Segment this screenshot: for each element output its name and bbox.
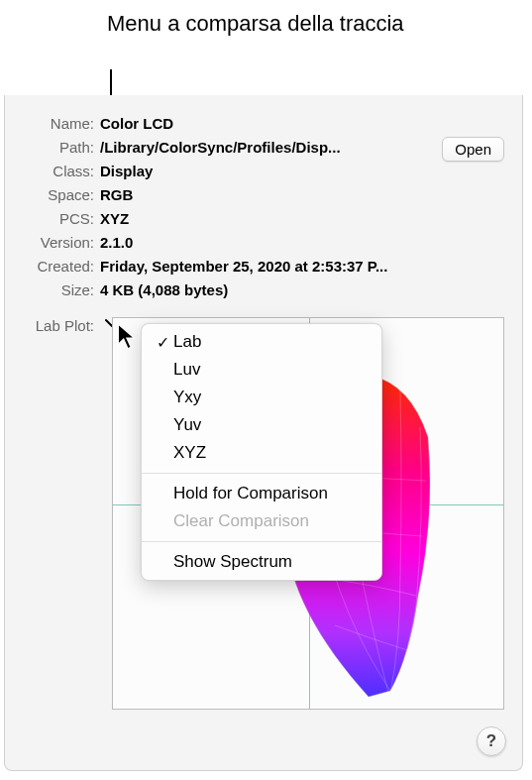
menu-item-yuv[interactable]: Yuv <box>142 411 381 439</box>
value-path: /Library/ColorSync/Profiles/Disp... <box>100 137 401 156</box>
menu-item-label: Lab <box>173 332 201 352</box>
label-space: Space: <box>15 184 100 203</box>
label-labplot: Lab Plot: <box>15 315 100 334</box>
checkmark-icon: ✓ <box>152 333 173 352</box>
info-row-class: Class: Display <box>15 161 510 182</box>
labplot-popup-menu: ✓ Lab Luv Yxy Yuv XYZ Hold for Compariso… <box>141 323 382 581</box>
info-row-version: Version: 2.1.0 <box>15 232 510 254</box>
value-space: RGB <box>100 184 510 203</box>
callout-annotation: Menu a comparsa della traccia <box>107 10 404 38</box>
menu-item-show-spectrum[interactable]: Show Spectrum <box>142 548 381 576</box>
menu-item-clear-comparison: Clear Comparison <box>142 507 381 535</box>
menu-item-yxy[interactable]: Yxy <box>142 384 381 411</box>
menu-item-hold-comparison[interactable]: Hold for Comparison <box>142 480 381 507</box>
label-pcs: PCS: <box>15 208 100 227</box>
menu-item-label: Hold for Comparison <box>173 484 328 503</box>
value-class: Display <box>100 161 510 179</box>
label-created: Created: <box>15 256 100 275</box>
info-row-created: Created: Friday, September 25, 2020 at 2… <box>15 256 510 278</box>
open-button[interactable]: Open <box>442 137 504 162</box>
value-name: Color LCD <box>100 113 510 132</box>
help-button[interactable]: ? <box>477 726 506 756</box>
menu-item-lab[interactable]: ✓ Lab <box>142 328 381 356</box>
value-pcs: XYZ <box>100 208 510 227</box>
menu-item-label: Luv <box>173 360 200 380</box>
label-path: Path: <box>15 137 100 156</box>
value-version: 2.1.0 <box>100 232 510 251</box>
info-row-name: Name: Color LCD <box>15 113 510 135</box>
menu-item-xyz[interactable]: XYZ <box>142 439 381 467</box>
info-row-pcs: PCS: XYZ <box>15 208 510 230</box>
menu-item-label: Show Spectrum <box>173 552 292 572</box>
value-created: Friday, September 25, 2020 at 2:53:37 P.… <box>100 256 510 275</box>
label-name: Name: <box>15 113 100 132</box>
menu-separator <box>142 473 381 474</box>
menu-item-label: Yuv <box>173 415 201 435</box>
menu-item-label: XYZ <box>173 443 206 463</box>
info-row-space: Space: RGB <box>15 184 510 206</box>
value-size: 4 KB (4,088 bytes) <box>100 279 510 298</box>
label-size: Size: <box>15 279 100 298</box>
menu-item-label: Yxy <box>173 388 201 407</box>
menu-separator <box>142 541 381 542</box>
info-row-path: Path: /Library/ColorSync/Profiles/Disp..… <box>15 137 510 159</box>
info-row-size: Size: 4 KB (4,088 bytes) <box>15 279 510 301</box>
menu-item-luv[interactable]: Luv <box>142 356 381 384</box>
label-class: Class: <box>15 161 100 179</box>
info-table: Name: Color LCD Path: /Library/ColorSync… <box>15 113 510 337</box>
label-version: Version: <box>15 232 100 251</box>
menu-item-label: Clear Comparison <box>173 511 309 531</box>
